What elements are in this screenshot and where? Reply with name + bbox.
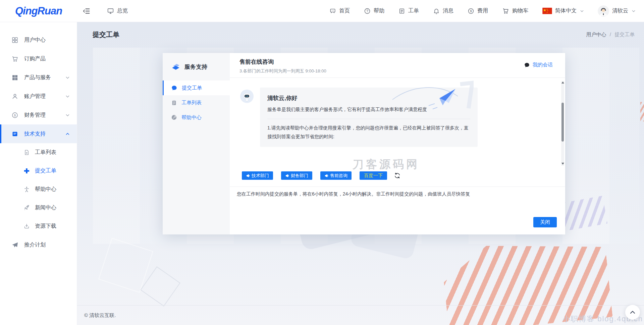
brand-logo[interactable]: QingRuan [15, 5, 62, 17]
breadcrumb: 用户中心 / 提交工单 [586, 32, 635, 38]
sidebar-item-help-center[interactable]: 帮助中心 [0, 180, 77, 199]
chat-bubble-icon [171, 85, 177, 91]
sidebar-label: 提交工单 [35, 167, 56, 174]
chat-scrollbar[interactable] [561, 81, 564, 166]
breadcrumb-current: 提交工单 [614, 32, 635, 38]
nav-ticket-label: 工单 [408, 7, 419, 14]
dialog-panel-header: 服务支持 [163, 53, 230, 80]
scrollbar-thumb[interactable] [561, 103, 564, 142]
my-sessions-link[interactable]: 我的会话 [524, 62, 553, 68]
collapse-menu-icon [83, 8, 90, 14]
dollar-icon: $ [11, 112, 18, 119]
grid-icon [11, 37, 18, 44]
sidebar-item-order-products[interactable]: 订购产品 [0, 49, 77, 68]
nav-item-messages[interactable]: 消息 [433, 7, 453, 14]
dialog-menu-submit-ticket[interactable]: 提交工单 [163, 80, 230, 95]
sidebar-label: 资源下载 [35, 223, 56, 230]
sidebar-submenu-tech: 工单列表 提交工单 帮助中心 新闻中心 [0, 143, 77, 235]
sidebar-item-tech-support[interactable]: 技术支持 [0, 124, 77, 143]
dialog-menu-help-center[interactable]: 帮助中心 [163, 110, 230, 125]
chat-header: 售前在线咨询 3.各部门的工作时间为周一到周五 9:00-18:00 我的会话 [230, 53, 565, 78]
sidebar-item-submit-ticket[interactable]: 提交工单 [0, 162, 77, 180]
app-root: QingRuan 总览 首页 ? 帮助 [0, 0, 644, 325]
user-menu[interactable]: 清软云 [598, 5, 635, 17]
doc-outline-icon [23, 149, 30, 156]
svg-text:$: $ [14, 113, 16, 117]
chevron-up-icon [630, 311, 635, 314]
scroll-top-button[interactable] [625, 305, 640, 320]
nav-item-cart[interactable]: 购物车 [502, 7, 528, 14]
watermark-text: 刀客源码网 [353, 157, 420, 172]
megaphone-icon [324, 174, 328, 178]
chevron-down-icon [66, 95, 69, 98]
sidebar-item-ticket-list[interactable]: 工单列表 [0, 143, 77, 162]
breadcrumb-root[interactable]: 用户中心 [586, 32, 606, 38]
scrollbar-down-arrow[interactable] [561, 163, 564, 165]
svg-text:?: ? [366, 9, 368, 13]
sidebar-item-downloads[interactable]: 资源下载 [0, 217, 77, 235]
user-icon [11, 93, 18, 100]
megaphone-icon [285, 174, 289, 178]
nav-item-home[interactable]: 首页 [329, 7, 350, 14]
main-content: 提交工单 用户中心 / 提交工单 服务支持 [77, 22, 644, 325]
nav-item-overview[interactable]: 总览 [107, 7, 128, 14]
megaphone-icon [246, 174, 250, 178]
svg-text:★: ★ [546, 11, 548, 13]
baidu-search-button[interactable]: 百度一下 [360, 171, 387, 180]
bot-message-row: 清软云,你好 服务单是我们最主要的客户服务形式，它有利于提高工作效率和客户满意程… [240, 88, 565, 147]
sidebar-label: 技术支持 [24, 130, 46, 138]
person-icon [23, 186, 30, 193]
top-navbar: QingRuan 总览 首页 ? 帮助 [0, 0, 644, 22]
presale-dept-button[interactable]: 售前咨询 [320, 171, 352, 180]
sidebar-item-account[interactable]: 账户管理 [0, 87, 77, 106]
dialog-side-panel: 服务支持 提交工单 工单列表 [163, 53, 230, 234]
refresh-icon[interactable] [394, 172, 400, 179]
decor-cube-wireframe [140, 266, 180, 307]
sidebar-item-user-center[interactable]: 用户中心 [0, 31, 77, 49]
scrollbar-up-arrow[interactable] [561, 82, 564, 84]
pane-divider [230, 186, 565, 187]
close-button[interactable]: 关闭 [533, 217, 557, 227]
page-title: 提交工单 [93, 30, 119, 39]
paper-plane-icon [11, 241, 18, 249]
nav-home-label: 首页 [339, 7, 350, 14]
dept-button-label: 财务部门 [291, 173, 308, 179]
help-icon: ? [364, 8, 371, 14]
dialog-menu-label: 工单列表 [181, 100, 202, 106]
robot-avatar [240, 90, 254, 103]
cart-icon [502, 7, 509, 14]
quick-actions-row: 技术部门 财务部门 售前咨询 百度一下 [242, 171, 400, 180]
dialog-panel-title: 服务支持 [184, 63, 207, 71]
nav-fees-label: 费用 [477, 7, 488, 14]
nav-item-help[interactable]: ? 帮助 [364, 7, 384, 14]
sidebar-label: 产品与服务 [24, 74, 51, 81]
chevron-down-icon [66, 114, 69, 116]
bot-intro-text: 服务单是我们最主要的客户服务形式，它有利于提高工作效率和客户满意程度 [267, 106, 470, 113]
chevron-down-icon [580, 10, 584, 12]
nav-item-fees[interactable]: $ 费用 [468, 7, 488, 14]
nav-overview-label: 总览 [117, 7, 128, 14]
sla-note: 您在工作时间内提交的服务单，将在6小时内答复，24小时内解决。非工作时间提交的问… [237, 191, 555, 197]
nav-item-ticket[interactable]: 工单 [398, 7, 419, 14]
sidebar-label: 订购产品 [24, 55, 46, 62]
sidebar-item-news-center[interactable]: 新闻中心 [0, 199, 77, 217]
sidebar-item-referral[interactable]: 推介计划 [0, 235, 77, 254]
sidebar-item-products-services[interactable]: 产品与服务 [0, 68, 77, 87]
download-icon [23, 223, 30, 229]
finance-dept-button[interactable]: 财务部门 [281, 171, 312, 180]
support-dialog: 服务支持 提交工单 工单列表 [163, 53, 565, 234]
sidebar-label: 财务管理 [24, 112, 46, 119]
tech-dept-button[interactable]: 技术部门 [242, 171, 273, 180]
dept-button-label: 技术部门 [252, 173, 269, 179]
sidebar-collapse-button[interactable] [83, 8, 90, 14]
sidebar-item-finance[interactable]: $ 财务管理 [0, 106, 77, 124]
language-selector[interactable]: ★★★★ 简体中文 [542, 7, 584, 14]
dialog-main-pane: 售前在线咨询 3.各部门的工作时间为周一到周五 9:00-18:00 我的会话 [230, 53, 565, 234]
sidebar-label: 新闻中心 [35, 204, 56, 211]
my-sessions-label: 我的会话 [533, 62, 553, 68]
chat-subtitle: 3.各部门的工作时间为周一到周五 9:00-18:00 [239, 68, 552, 74]
dialog-menu-ticket-list[interactable]: 工单列表 [163, 95, 230, 110]
board-icon [329, 8, 336, 14]
bot-tip-text: 1.请先阅读帮助中心并合理使用搜索引擎，您的问题也许很普遍，已经在网上被回答了很… [267, 124, 470, 141]
bot-message-bubble: 清软云,你好 服务单是我们最主要的客户服务形式，它有利于提高工作效率和客户满意程… [260, 88, 478, 147]
